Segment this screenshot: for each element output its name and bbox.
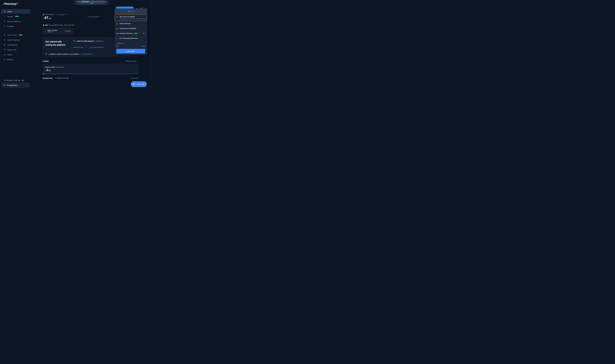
invoice-action: Pay <box>48 29 50 31</box>
add-test-balance-button[interactable]: + Add test balance <box>87 16 99 17</box>
invoice-count: 2 invoices <box>51 29 57 31</box>
apps-grid-icon <box>4 84 5 86</box>
keyboard-icon: ⌨ <box>116 33 118 34</box>
sidebar-item-label: Payroll <box>7 54 12 56</box>
volume-decimal: 00 <box>49 70 51 71</box>
sidebar-footer: Get RazorpayX mobile app ▶ All applicati… <box>0 76 32 90</box>
dd-item-title: Go to Razorpay Dashboard <box>120 37 138 39</box>
sidebar-item-payout-links[interactable]: Payout Links <box>2 48 30 52</box>
dropdown-item-tech-docs[interactable]: 🗎 Technical Documentation <box>114 26 147 31</box>
x-badge-icon: ✕ <box>42 13 45 16</box>
play-store-icon[interactable]: ▶ <box>22 79 24 81</box>
sidebar-item-account-statement[interactable]: Account Statement <box>2 19 30 24</box>
sidebar-item-contacts[interactable]: Contacts <box>2 24 30 28</box>
dot-separator: ● <box>86 46 87 48</box>
invoice-amount: ₹ 32.00 <box>48 31 57 33</box>
arrow-right-icon: → <box>137 60 139 62</box>
mobile-app-promo: Get RazorpayX mobile app ▶ <box>2 78 30 83</box>
banner-suffix: . Complete KYC to go to Live mode <box>89 1 107 4</box>
rupee-icon: ₹ <box>4 34 6 36</box>
sidebar-item-payroll[interactable]: Payroll <box>2 52 30 57</box>
gs-item-rest: on Dashboard <box>94 40 103 42</box>
apps-grid-icon <box>45 53 47 55</box>
sidebar-item-label: Payouts <box>7 15 13 17</box>
invoice-card[interactable]: ↗ Pay 2 invoices ₹ 32.00 Overdue <box>42 28 73 35</box>
help-icon: X <box>132 83 135 86</box>
arrow-up-right-icon: ↗ <box>4 15 6 17</box>
stamp-icon <box>4 44 6 46</box>
sidebar-item-vendor-payments[interactable]: Vendor Payments <box>2 38 30 42</box>
svg-rect-22 <box>133 11 134 12</box>
banner-bold: Test Mode <box>82 1 89 2</box>
read-tech-docs-link[interactable]: Read tech docs <box>73 46 84 48</box>
document-icon: 🗎 <box>116 28 118 29</box>
sidebar-item-label: Tax Payments <box>7 44 17 46</box>
sidebar-item-line-of-credit[interactable]: ₹ Line of Credit NEW <box>2 33 30 37</box>
dropdown-item-razorpay-dashboard[interactable]: ⎋ Go to Razorpay Dashboard <box>114 36 147 41</box>
solutions-text: Looking for solutions specific to your p… <box>49 53 80 55</box>
svg-text:↗Razorpay: ↗Razorpay <box>3 2 17 5</box>
currency-symbol: ₹ <box>42 17 44 19</box>
svg-rect-6 <box>4 39 5 40</box>
sidebar-item-reports[interactable]: Reports <box>2 57 30 62</box>
balance-label: Test balance <box>46 14 54 15</box>
balance-as-of: as of 5m ago <box>57 14 64 15</box>
dropdown-header: ERD <box>114 9 147 14</box>
balance-amount: ₹ 67.22 <box>42 16 67 20</box>
dd-item-title: Technical Documentation <box>120 27 136 29</box>
progress-bar <box>42 74 139 74</box>
sidebar-item-payouts[interactable]: ↗ Payouts NEW <box>2 14 30 19</box>
detailed-insights-link[interactable]: Detailed insights → <box>126 60 139 62</box>
check-icon: ✓ <box>73 40 75 42</box>
logo[interactable]: ↗RazorpayX <box>0 0 32 9</box>
insights-header: Insights Detailed insights → <box>42 60 139 62</box>
svg-rect-9 <box>4 54 5 55</box>
logout-button[interactable]: LOG OUT <box>116 49 145 53</box>
user-avatar-icon <box>116 45 119 47</box>
all-apps-label: All applications <box>7 84 17 86</box>
sidebar-item-label: Account Statement <box>7 20 21 22</box>
dd-item-title: Switch Merchant <box>120 23 131 24</box>
all-applications-button[interactable]: All applications → <box>2 83 30 88</box>
activity-title: Activity Feed <box>42 77 53 79</box>
help-widget[interactable]: X Need Help? <box>131 81 147 87</box>
invite-team-link[interactable]: Invite Team Members <box>90 46 104 48</box>
dd-item-title: Keyboard Shortcuts <box>120 32 133 34</box>
view-applications-link[interactable]: View Applications <box>81 53 93 55</box>
svg-rect-19 <box>47 53 47 54</box>
detailed-link-label: Detailed insights <box>126 60 136 62</box>
svg-rect-20 <box>46 54 46 54</box>
refresh-icon[interactable]: ⟳ <box>65 14 67 15</box>
sidebar: ↗RazorpayX Home ↗ Payouts NEW Account St… <box>0 0 32 89</box>
dropdown-item-account-settings[interactable]: ⚙ My Account & Settings Manage Team, App… <box>115 14 147 21</box>
greeting-name: Sai! <box>45 24 48 26</box>
sidebar-item-label: Contacts <box>7 25 14 27</box>
arrow-up-right-icon: ↗ <box>45 30 46 32</box>
dropdown-item-switch-merchant[interactable]: ⇄ Switch Merchant <box>114 21 147 26</box>
balance-info: ✕ Test balance • as of 5m ago ⟳ ₹ 67.22 <box>42 13 67 20</box>
clock-icon: ◷ <box>55 77 56 79</box>
currency-symbol: ₹ <box>45 70 46 71</box>
sidebar-item-home[interactable]: Home <box>2 9 30 14</box>
sidebar-item-tax-payments[interactable]: Tax Payments <box>2 43 30 47</box>
dropdown-footer: Logged In as y.com LOG OUT <box>114 41 147 55</box>
test-mode-banner[interactable]: You're in Test Mode. Complete KYC to go … <box>72 0 111 5</box>
user-icon <box>4 25 6 27</box>
chevron-right-icon: → <box>27 84 28 86</box>
add-balance-label: Add test balance <box>89 16 100 17</box>
sidebar-item-label: Payout Links <box>7 49 16 51</box>
logged-in-label: Logged In as <box>116 42 145 44</box>
show-filters-link[interactable]: Show filters <box>131 77 139 79</box>
gs-item-bold: Learn to create payouts <box>77 40 94 42</box>
manage-team-link[interactable]: Manage Team, <box>120 18 128 19</box>
help-label: Need Help? <box>137 83 145 85</box>
dropdown-header-label: ERD <box>128 11 131 12</box>
sidebar-item-label: Line of Credit <box>7 34 17 36</box>
approval-workflow-link[interactable]: Approval Workflow <box>129 18 139 19</box>
send-icon <box>4 49 6 51</box>
wallet-icon <box>4 54 6 56</box>
copy-icon[interactable] <box>132 11 134 12</box>
dropdown-item-keyboard-shortcuts[interactable]: ⌨ Keyboard Shortcuts NEW ⌘+/ <box>114 31 147 36</box>
dd-item-title: My Account & Settings <box>120 16 145 18</box>
svg-point-5 <box>4 26 5 26</box>
